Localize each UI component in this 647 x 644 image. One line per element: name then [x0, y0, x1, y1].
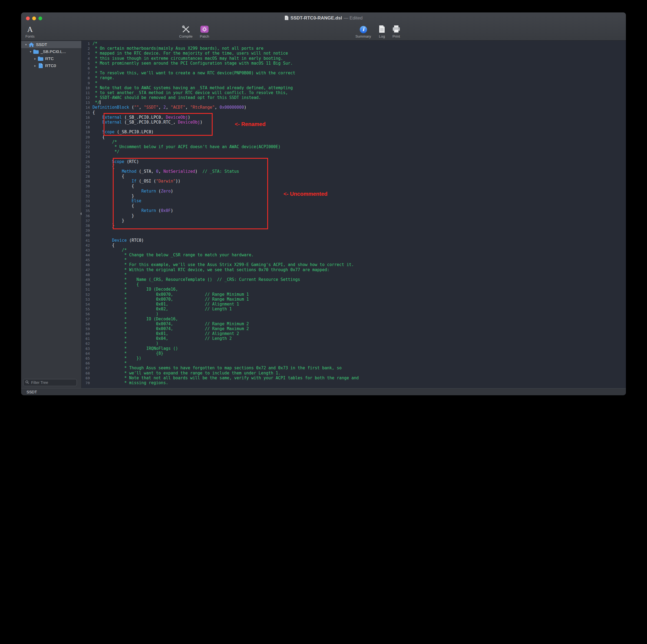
- filter-tree-field[interactable]: [23, 379, 77, 386]
- code-line[interactable]: 36 }: [82, 213, 626, 218]
- code-line[interactable]: 60 * 0x01, // Alignment 2: [82, 331, 626, 336]
- sidebar-item-sb-pci0-l[interactable]: ▾_SB.PCI0.L...: [21, 48, 81, 55]
- chevron-right-icon[interactable]: ▸: [33, 64, 37, 68]
- code-line[interactable]: 55 * 0x02, // Length 1: [82, 307, 626, 311]
- code-line[interactable]: 19 Scope (_SB.PCI0.LPC0): [82, 130, 626, 134]
- code-editor-lines: 1/*2 * On certain motherboards(mainly As…: [82, 41, 626, 385]
- code-line[interactable]: 16 External (_SB_.PCI0.LPC0, DeviceObj): [82, 115, 626, 120]
- code-line[interactable]: 56 * ): [82, 311, 626, 316]
- code-line[interactable]: 7 * To resolve this, we'll want to creat…: [82, 71, 626, 75]
- summary-button[interactable]: i Summary: [353, 25, 373, 38]
- line-number: 39: [82, 228, 92, 233]
- line-number: 58: [82, 322, 92, 327]
- code-line[interactable]: 54 * 0x01, // Alignment 1: [82, 302, 626, 307]
- code-line[interactable]: 33 Else: [82, 198, 626, 203]
- line-number: 11: [82, 91, 92, 95]
- code-line[interactable]: 9 *: [82, 81, 626, 85]
- code-line[interactable]: 5 * Most prominently seen around the PCI…: [82, 61, 626, 66]
- code-line[interactable]: 25 Scope (RTC): [82, 159, 626, 164]
- sidebar-item-rtc0[interactable]: ▸RTC0: [21, 62, 81, 69]
- code-line[interactable]: 43 /*: [82, 248, 626, 252]
- sidebar-item-ssdt[interactable]: ▾SSDT: [21, 41, 81, 48]
- code-line[interactable]: 68 * we'll want to expand the range to i…: [82, 371, 626, 376]
- code-line[interactable]: 13 */: [82, 100, 626, 105]
- code-line[interactable]: 59 * 0x0074, // Range Maximum 2: [82, 326, 626, 331]
- code-line[interactable]: 45 *: [82, 257, 626, 262]
- code-line[interactable]: 8 * range.: [82, 75, 626, 80]
- code-line[interactable]: 6 *: [82, 66, 626, 71]
- code-line[interactable]: 3 * mapped in the RTC device. For the ma…: [82, 51, 626, 56]
- code-line[interactable]: 23 */: [82, 149, 626, 154]
- line-number: 34: [82, 204, 92, 209]
- sidebar-item-rtc[interactable]: ▸RTC: [21, 55, 81, 62]
- code-line[interactable]: 20 {: [82, 135, 626, 140]
- code-line[interactable]: 29 If (_OSI ("Darwin")): [82, 179, 626, 183]
- code-line[interactable]: 35 Return (0x0F): [82, 208, 626, 213]
- code-line[interactable]: 30 {: [82, 183, 626, 188]
- code-line[interactable]: 24: [82, 154, 626, 159]
- code-line[interactable]: 58 * 0x0074, // Range Minimum 2: [82, 321, 626, 326]
- code-line[interactable]: 66 *: [82, 361, 626, 366]
- code-line[interactable]: 48 *: [82, 272, 626, 277]
- code-line[interactable]: 70 * missing regions.: [82, 380, 626, 385]
- code-line[interactable]: 44 * Change the below _CSR range to matc…: [82, 252, 626, 257]
- code-line[interactable]: 50 * {: [82, 282, 626, 287]
- window-title: SSDT-RTC0-RANGE.dsl: [290, 15, 342, 20]
- code-line[interactable]: 31 Return (Zero): [82, 189, 626, 193]
- code-editor[interactable]: 1/*2 * On certain motherboards(mainly As…: [82, 41, 626, 388]
- code-line[interactable]: 40: [82, 233, 626, 238]
- code-line[interactable]: 10 * Note that due to AWAC systems havin…: [82, 85, 626, 90]
- code-line[interactable]: 34 {: [82, 203, 626, 208]
- code-line[interactable]: 37 }: [82, 218, 626, 223]
- code-line[interactable]: 1/*: [82, 41, 626, 46]
- patch-button[interactable]: Patch: [195, 25, 214, 38]
- filter-tree-input[interactable]: [30, 380, 75, 385]
- doc-icon: [37, 63, 44, 68]
- code-line[interactable]: 62 * ): [82, 341, 626, 346]
- line-number: 44: [82, 253, 92, 258]
- code-line[interactable]: 47 * Within the original RTC device, we …: [82, 267, 626, 272]
- code-line[interactable]: 57 * IO (Decode16,: [82, 317, 626, 321]
- code-line[interactable]: 65 * }): [82, 356, 626, 361]
- code-line[interactable]: 46 * For this example, we'll use the Asu…: [82, 262, 626, 267]
- code-line[interactable]: 17 External (_SB_.PCI0.LPC0.RTC_, Device…: [82, 120, 626, 125]
- code-line[interactable]: 61 * 0x04, // Length 2: [82, 336, 626, 341]
- code-line[interactable]: 11 * to set another _STA method in your …: [82, 90, 626, 95]
- chevron-down-icon[interactable]: ▾: [28, 50, 33, 54]
- code-line[interactable]: 15{: [82, 110, 626, 115]
- code-line[interactable]: 12 * SSDT-AWAC should be removed and ins…: [82, 95, 626, 100]
- code-line[interactable]: 4 * this issue though in extreme circums…: [82, 56, 626, 61]
- code-line[interactable]: 52 * 0x0070, // Range Minimum 1: [82, 292, 626, 297]
- code-line[interactable]: 18: [82, 125, 626, 130]
- code-line[interactable]: 63 * IRQNoFlags (): [82, 346, 626, 351]
- chevron-down-icon[interactable]: ▾: [24, 43, 28, 47]
- code-line[interactable]: 41 Device (RTC0): [82, 238, 626, 243]
- fonts-button[interactable]: A Fonts: [22, 25, 39, 38]
- code-line[interactable]: 64 * {8}: [82, 351, 626, 356]
- print-label: Print: [389, 34, 403, 38]
- code-line[interactable]: 53 * 0x0070, // Range Maximum 1: [82, 297, 626, 302]
- document-icon: [285, 15, 289, 22]
- code-line[interactable]: 26 {: [82, 164, 626, 169]
- code-line[interactable]: 21 /*: [82, 140, 626, 144]
- line-number: 38: [82, 223, 92, 228]
- compile-button[interactable]: Compile: [176, 25, 195, 38]
- code-line[interactable]: 69 * Note that not all boards will be th…: [82, 376, 626, 380]
- line-number: 17: [82, 120, 92, 125]
- code-line[interactable]: 2 * On certain motherboards(mainly Asus …: [82, 46, 626, 51]
- code-line[interactable]: 38 }: [82, 223, 626, 228]
- code-line[interactable]: 39: [82, 228, 626, 233]
- code-line[interactable]: 32 }: [82, 193, 626, 198]
- code-line[interactable]: 42 {: [82, 243, 626, 248]
- code-line[interactable]: 51 * IO (Decode16,: [82, 287, 626, 292]
- code-line[interactable]: 22 * Uncomment below if your ACPI doesn'…: [82, 144, 626, 149]
- chevron-right-icon[interactable]: ▸: [33, 57, 37, 61]
- code-line[interactable]: 28 {: [82, 174, 626, 179]
- code-line[interactable]: 14DefinitionBlock ("", "SSDT", 2, "ACDT"…: [82, 105, 626, 110]
- code-line[interactable]: 49 * Name (_CRS, ResourceTemplate () // …: [82, 277, 626, 282]
- code-line[interactable]: 67 * Though Asus seems to have forgotten…: [82, 366, 626, 371]
- log-button[interactable]: Log: [375, 25, 389, 38]
- code-line[interactable]: 27 Method (_STA, 0, NotSerialized) // _S…: [82, 169, 626, 174]
- line-number: 24: [82, 154, 92, 159]
- print-button[interactable]: Print: [389, 25, 403, 38]
